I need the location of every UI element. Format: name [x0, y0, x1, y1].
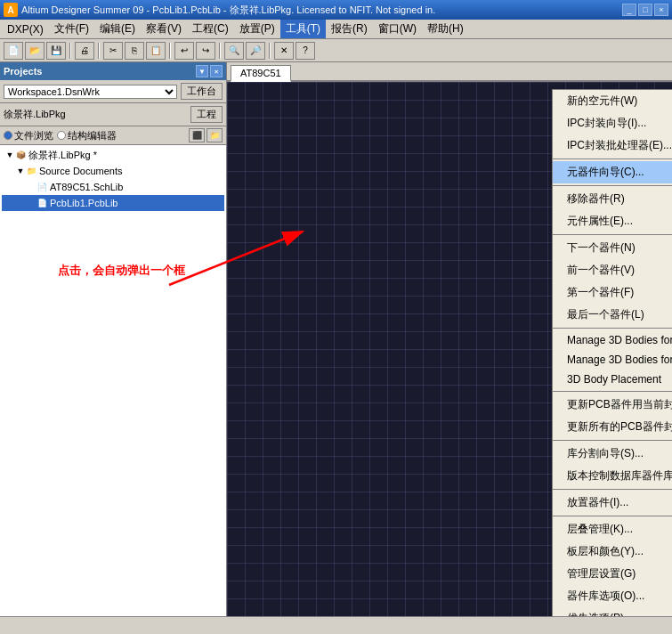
project-button[interactable]: 工程 — [190, 106, 223, 123]
tree-file-schlib[interactable]: 📄 AT89C51.SchLib — [2, 179, 224, 195]
tb-paste[interactable]: 📋 — [146, 42, 166, 60]
tree-schlib-label: AT89C51.SchLib — [50, 182, 123, 192]
tb-zoom-out[interactable]: 🔎 — [246, 42, 265, 60]
ctx-ipc-batch[interactable]: IPC封装批处理器(E)... — [553, 134, 672, 157]
close-button[interactable]: × — [654, 4, 668, 16]
tb-cross[interactable]: ✕ — [274, 42, 294, 60]
context-menu: 新的空元件(W) IPC封装向导(I)... IPC封装批处理器(E)... 元… — [552, 89, 672, 616]
ctx-remove-device[interactable]: 移除器件(R) — [553, 188, 672, 210]
ctx-version-control[interactable]: 版本控制数据库器件库创建器... — [553, 465, 672, 487]
tb-sep2 — [98, 43, 100, 59]
ctx-sep4 — [553, 328, 672, 329]
ctx-next-device[interactable]: 下一个器件(N) Alt+Right — [553, 237, 672, 259]
view-tab-structure[interactable]: 结构编辑器 — [57, 129, 117, 142]
tree-file-pcblib[interactable]: 📄 PcbLib1.PcbLib — [2, 195, 224, 211]
ctx-manage-layers[interactable]: 管理层设置(G) ▶ — [553, 563, 672, 585]
ctx-manage-3d-comp[interactable]: Manage 3D Bodies for Current Component..… — [553, 350, 672, 370]
tree-pcblib-label: PcbLib1.PcbLib — [50, 198, 117, 208]
view-icon-btn2[interactable]: 📁 — [206, 128, 223, 142]
ctx-sep2 — [553, 185, 672, 186]
workspace-row: Workspace1.DsnWrk 工作台 — [0, 80, 226, 103]
window-controls: _ □ × — [622, 4, 668, 16]
ctx-new-component[interactable]: 新的空元件(W) — [553, 90, 672, 112]
ctx-ipc-wizard[interactable]: IPC封装向导(I)... — [553, 112, 672, 134]
tb-save[interactable]: 💾 — [46, 42, 66, 60]
ctx-sep5 — [553, 391, 672, 392]
file-tree: ▼ 📦 徐景祥.LibPkg * ▼ 📁 Source Documents 📄 … — [0, 145, 226, 616]
radio-structure — [57, 131, 66, 140]
ctx-lib-split-wizard[interactable]: 库分割向导(S)... — [553, 443, 672, 465]
window-title: Altium Designer Summer 09 - PcbLib1.PcbL… — [21, 4, 622, 17]
tb-cut[interactable]: ✂ — [103, 42, 123, 60]
tree-source-docs[interactable]: ▼ 📁 Source Documents — [2, 163, 224, 179]
tree-arrow-source: ▼ — [16, 167, 25, 175]
panel-controls: ▼ × — [196, 65, 223, 77]
radio-file — [4, 131, 12, 140]
panel-pin[interactable]: ▼ — [196, 65, 208, 77]
ctx-update-pcb-current[interactable]: 更新PCB器件用当前封装(U) — [553, 394, 672, 416]
schlib-icon: 📄 — [36, 181, 48, 193]
folder-icon: 📁 — [25, 165, 37, 177]
menu-help[interactable]: 帮助(H) — [422, 20, 469, 38]
view-icon-btn1[interactable]: ⬛ — [189, 128, 205, 142]
menu-window[interactable]: 窗口(W) — [373, 20, 422, 38]
menu-file[interactable]: 文件(F) — [49, 20, 94, 38]
ctx-stackup-mgr[interactable]: 层叠管理(K)... — [553, 518, 672, 541]
lib-icon: 📦 — [14, 149, 27, 161]
panel-header: Projects ▼ × — [0, 62, 226, 80]
toolbar: 📄 📂 💾 🖨 ✂ ⎘ 📋 ↩ ↪ 🔍 🔎 ✕ ? — [0, 39, 672, 62]
view-tabs: 文件浏览 结构编辑器 ⬛ 📁 — [0, 126, 226, 145]
menu-report[interactable]: 报告(R) — [326, 20, 373, 38]
workspace-select[interactable]: Workspace1.DsnWrk — [4, 85, 177, 99]
menu-project[interactable]: 工程(C) — [187, 20, 234, 38]
ctx-lib-options[interactable]: 器件库选项(O)... — [553, 585, 672, 607]
tree-root-label: 徐景祥.LibPkg * — [28, 149, 97, 162]
maximize-button[interactable]: □ — [638, 4, 652, 16]
ctx-update-pcb-all[interactable]: 更新所有的PCB器件封装(A) — [553, 416, 672, 438]
tb-open[interactable]: 📂 — [25, 42, 45, 60]
tb-sep1 — [69, 43, 71, 59]
ctx-prev-device[interactable]: 前一个器件(V) Alt+Left — [553, 259, 672, 281]
menu-dxp[interactable]: DXP(X) — [2, 21, 49, 37]
ctx-preferences[interactable]: 优先选项(P)... — [553, 607, 672, 616]
tree-arrow-root: ▼ — [5, 150, 14, 159]
menu-edit[interactable]: 编辑(E) — [94, 20, 141, 38]
project-row: 徐景祥.LibPkg 工程 — [0, 103, 226, 126]
ctx-3d-placement[interactable]: 3D Body Placement ▶ — [553, 370, 672, 389]
ctx-first-device[interactable]: 第一个器件(F) — [553, 281, 672, 304]
ctx-last-device[interactable]: 最后一个器件(L) — [553, 304, 672, 326]
pcblib-icon: 📄 — [36, 197, 48, 209]
panel-menu[interactable]: × — [210, 65, 223, 77]
right-area: AT89C51 新的空元件(W) IPC封装向导(I)... IPC封装批处理器… — [227, 62, 672, 616]
ctx-layer-colors[interactable]: 板层和颜色(Y)... — [553, 541, 672, 563]
tb-new[interactable]: 📄 — [4, 42, 23, 60]
view-tab-structure-label: 结构编辑器 — [68, 129, 117, 142]
tb-sep3 — [169, 43, 171, 59]
menu-tools[interactable]: 工具(T) — [280, 20, 326, 38]
ctx-sep6 — [553, 440, 672, 441]
menu-place[interactable]: 放置(P) — [234, 20, 280, 38]
tb-copy[interactable]: ⎘ — [125, 42, 144, 60]
view-icons: ⬛ 📁 — [189, 128, 223, 142]
minimize-button[interactable]: _ — [622, 4, 636, 16]
ctx-place-device[interactable]: 放置器件(I)... — [553, 492, 672, 514]
panel-title: Projects — [4, 66, 42, 77]
ctx-sep1 — [553, 158, 672, 159]
tb-help[interactable]: ? — [296, 42, 315, 60]
ctx-component-wizard[interactable]: 元器件向导(C)... — [553, 161, 672, 183]
ctx-sep7 — [553, 489, 672, 490]
workspace-button[interactable]: 工作台 — [181, 83, 223, 100]
ctx-component-props[interactable]: 元件属性(E)... — [553, 210, 672, 232]
main-content: Projects ▼ × Workspace1.DsnWrk 工作台 徐景祥.L… — [0, 62, 672, 616]
ctx-manage-3d-lib[interactable]: Manage 3D Bodies for Library... — [553, 330, 672, 350]
right-tab-at89c51[interactable]: AT89C51 — [231, 65, 291, 82]
tb-redo[interactable]: ↪ — [196, 42, 215, 60]
tb-zoom-in[interactable]: 🔍 — [224, 42, 244, 60]
view-tab-file[interactable]: 文件浏览 — [4, 129, 53, 142]
menu-view[interactable]: 察看(V) — [141, 20, 187, 38]
tb-print[interactable]: 🖨 — [75, 42, 94, 60]
tb-undo[interactable]: ↩ — [174, 42, 194, 60]
left-panel: Projects ▼ × Workspace1.DsnWrk 工作台 徐景祥.L… — [0, 62, 227, 616]
tb-sep4 — [219, 43, 221, 59]
tree-root[interactable]: ▼ 📦 徐景祥.LibPkg * — [2, 147, 224, 163]
